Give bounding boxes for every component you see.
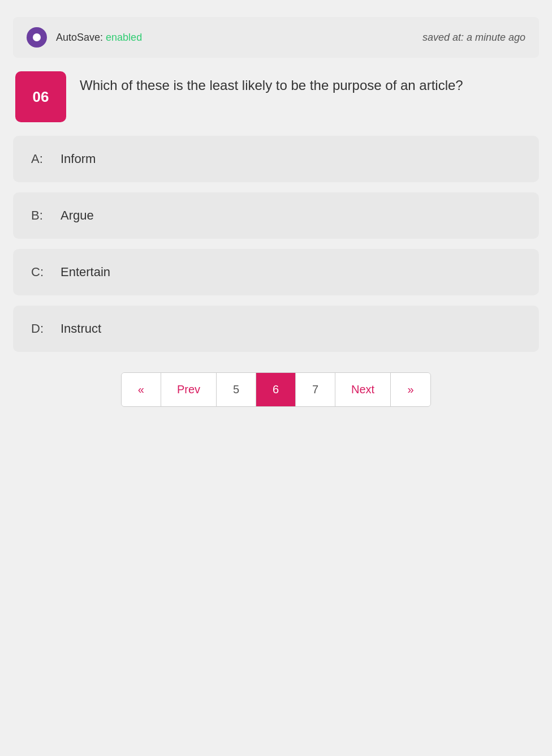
pagination-first-button[interactable]: «: [122, 373, 161, 406]
option-d-label: D:: [31, 321, 49, 336]
autosave-bar: AutoSave: enabled saved at: a minute ago: [13, 17, 539, 58]
page-container: AutoSave: enabled saved at: a minute ago…: [13, 11, 539, 413]
pagination-page-7[interactable]: 7: [296, 373, 335, 406]
option-d[interactable]: D: Instruct: [13, 306, 539, 352]
question-text: Which of these is the least likely to be…: [80, 71, 463, 95]
autosave-icon: [27, 27, 47, 48]
autosave-status: enabled: [106, 32, 142, 43]
pagination-next-button[interactable]: Next: [335, 373, 391, 406]
autosave-text: AutoSave: enabled: [56, 32, 142, 44]
option-c-text: Entertain: [61, 265, 110, 280]
question-number: 06: [15, 71, 66, 122]
option-a[interactable]: A: Inform: [13, 136, 539, 182]
option-b[interactable]: B: Argue: [13, 192, 539, 239]
saved-time: saved at: a minute ago: [422, 32, 525, 44]
option-c[interactable]: C: Entertain: [13, 249, 539, 295]
pagination-page-5[interactable]: 5: [217, 373, 256, 406]
option-c-label: C:: [31, 265, 49, 280]
pagination-page-6-active[interactable]: 6: [256, 373, 296, 406]
question-container: 06 Which of these is the least likely to…: [13, 71, 539, 122]
option-b-label: B:: [31, 208, 49, 223]
options-list: A: Inform B: Argue C: Entertain D: Instr…: [13, 136, 539, 352]
option-a-label: A:: [31, 152, 49, 166]
option-d-text: Instruct: [61, 321, 101, 336]
pagination-last-button[interactable]: »: [391, 373, 430, 406]
pagination-inner: « Prev 5 6 7 Next »: [121, 372, 431, 407]
option-b-text: Argue: [61, 208, 94, 223]
pagination-prev-button[interactable]: Prev: [161, 373, 217, 406]
pagination: « Prev 5 6 7 Next »: [13, 372, 539, 407]
autosave-label: AutoSave:: [56, 32, 103, 43]
option-a-text: Inform: [61, 152, 96, 166]
